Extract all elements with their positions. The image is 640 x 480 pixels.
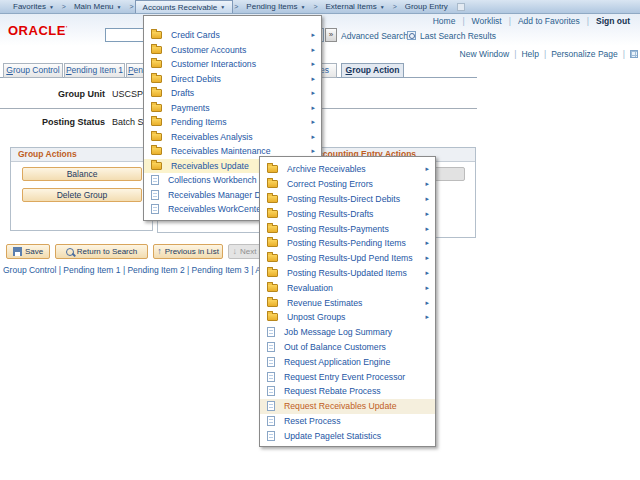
menu-item-label: Unpost Groups	[287, 312, 345, 322]
menu-item-payments[interactable]: Payments▸	[144, 101, 321, 116]
folder-icon	[267, 195, 278, 203]
header-link-worklist[interactable]: Worklist	[472, 16, 502, 26]
header-link-sign-out[interactable]: Sign out	[596, 16, 630, 26]
footer-link-pending-item-3[interactable]: Pending Item 3	[192, 265, 249, 275]
chevron-down-icon: ▼	[49, 4, 54, 10]
last-search-results-link[interactable]: Last Search Results	[420, 31, 496, 41]
personalize-layout-icon[interactable]	[630, 50, 638, 58]
oracle-logo: ORACLE'	[8, 23, 68, 38]
submenu-arrow-icon: ▸	[311, 104, 315, 112]
return-to-search-button[interactable]: Return to Search	[55, 244, 148, 259]
submenu-item-posting-results-direct-debits[interactable]: Posting Results-Direct Debits▸	[260, 192, 435, 207]
header-link-home[interactable]: Home	[433, 16, 456, 26]
menu-item-customer-accounts[interactable]: Customer Accounts▸	[144, 43, 321, 58]
submenu-item-job-message-log-summary[interactable]: Job Message Log Summary	[260, 325, 435, 340]
submenu-item-request-application-engine[interactable]: Request Application Engine	[260, 354, 435, 369]
submenu-arrow-icon: ▸	[425, 299, 429, 307]
folder-icon	[267, 165, 278, 173]
pagebar-link-new-window[interactable]: New Window	[460, 49, 510, 59]
submenu-item-out-of-balance-customers[interactable]: Out of Balance Customers	[260, 340, 435, 355]
menu-item-label: Out of Balance Customers	[284, 342, 386, 352]
menu-item-label: Drafts	[171, 88, 194, 98]
pagebar-link-personalize-page[interactable]: Personalize Page	[551, 49, 618, 59]
footer-link-group-control[interactable]: Group Control	[3, 265, 56, 275]
menu-item-label: Pending Items	[171, 117, 227, 127]
footer-link-pending-item-1[interactable]: Pending Item 1	[63, 265, 120, 275]
submenu-arrow-icon: ▸	[311, 31, 315, 39]
save-icon	[13, 247, 22, 256]
page-icon	[151, 175, 159, 185]
posting-status-label: Posting Status	[0, 117, 105, 127]
balance-button[interactable]: Balance	[22, 167, 142, 181]
submenu-arrow-icon: ▸	[425, 239, 429, 247]
menu-item-credit-cards[interactable]: Credit Cards▸	[144, 28, 321, 43]
menu-item-drafts[interactable]: Drafts▸	[144, 86, 321, 101]
submenu-item-posting-results-upd-pend-items[interactable]: Posting Results-Upd Pend Items▸	[260, 251, 435, 266]
submenu-arrow-icon: ▸	[311, 75, 315, 83]
submenu-item-unpost-groups[interactable]: Unpost Groups▸	[260, 310, 435, 325]
breadcrumb-item-label: External Items	[326, 2, 377, 11]
breadcrumb-item-favorites[interactable]: Favorites▼	[6, 0, 61, 13]
submenu-item-posting-results-updated-items[interactable]: Posting Results-Updated Items▸	[260, 266, 435, 281]
menu-item-label: Receivables Update	[171, 161, 249, 171]
tab-pending-item-1[interactable]: Pending Item 1	[64, 63, 125, 78]
breadcrumb-item-label: Favorites	[13, 2, 46, 11]
footer-link-pending-item-2[interactable]: Pending Item 2	[127, 265, 184, 275]
peoplesoft-window: Favorites▼>Main Menu▼>Accounts Receivabl…	[0, 0, 640, 480]
header-link-separator: |	[587, 16, 589, 26]
header-link-add-to-favorites[interactable]: Add to Favorites	[518, 16, 580, 26]
submenu-item-revaluation[interactable]: Revaluation▸	[260, 280, 435, 295]
group-unit-value: USCSP	[112, 89, 143, 99]
tab-group-action[interactable]: Group Action	[341, 63, 404, 78]
breadcrumb-item-label: Group Entry	[405, 2, 448, 11]
submenu-arrow-icon: ▸	[311, 89, 315, 97]
menu-item-label: Direct Debits	[171, 74, 221, 84]
breadcrumb-item-accounts-receivable[interactable]: Accounts Receivable▼	[135, 0, 234, 13]
submenu-item-correct-posting-errors[interactable]: Correct Posting Errors▸	[260, 177, 435, 192]
submenu-item-update-pagelet-statistics[interactable]: Update Pagelet Statistics	[260, 428, 435, 443]
submenu-arrow-icon: ▸	[311, 118, 315, 126]
submenu-item-reset-process[interactable]: Reset Process	[260, 414, 435, 429]
menu-item-customer-interactions[interactable]: Customer Interactions▸	[144, 57, 321, 72]
page-icon	[267, 357, 275, 367]
submenu-item-request-rebate-process[interactable]: Request Rebate Process	[260, 384, 435, 399]
folder-icon	[151, 162, 162, 170]
menu-item-label: Posting Results-Upd Pend Items	[287, 253, 413, 263]
submenu-item-request-entry-event-processor[interactable]: Request Entry Event Processor	[260, 369, 435, 384]
menu-item-label: Posting Results-Pending Items	[287, 238, 406, 248]
submenu-arrow-icon: ▸	[311, 60, 315, 68]
page-icon	[267, 327, 275, 337]
submenu-item-posting-results-pending-items[interactable]: Posting Results-Pending Items▸	[260, 236, 435, 251]
submenu-item-request-receivables-update[interactable]: Request Receivables Update	[260, 399, 435, 414]
search-go-button[interactable]: »	[325, 28, 337, 42]
save-button[interactable]: Save	[6, 244, 50, 259]
return-to-search-icon	[66, 248, 74, 256]
submenu-item-revenue-estimates[interactable]: Revenue Estimates▸	[260, 295, 435, 310]
submenu-arrow-icon: ▸	[425, 180, 429, 188]
submenu-arrow-icon: ▸	[425, 254, 429, 262]
delete-group-button[interactable]: Delete Group	[22, 188, 142, 202]
menu-item-label: Request Entry Event Processor	[284, 372, 405, 382]
submenu-arrow-icon: ▸	[425, 284, 429, 292]
menu-item-label: Revaluation	[287, 283, 333, 293]
breadcrumb-item-external-items[interactable]: External Items▼	[319, 0, 392, 13]
menu-item-pending-items[interactable]: Pending Items▸	[144, 115, 321, 130]
previous-in-list-button[interactable]: ↑Previous in List	[153, 244, 223, 259]
pagebar-link-separator: |	[623, 49, 625, 59]
submenu-item-posting-results-drafts[interactable]: Posting Results-Drafts▸	[260, 206, 435, 221]
breadcrumb-item-main-menu[interactable]: Main Menu▼	[67, 0, 129, 13]
menu-item-direct-debits[interactable]: Direct Debits▸	[144, 72, 321, 87]
tab-group-control[interactable]: Group Control	[3, 63, 63, 78]
folder-icon	[151, 147, 162, 155]
next-in-list-icon: ↓	[232, 247, 237, 256]
submenu-item-posting-results-payments[interactable]: Posting Results-Payments▸	[260, 221, 435, 236]
pagebar-link-help[interactable]: Help	[521, 49, 538, 59]
submenu-item-archive-receivables[interactable]: Archive Receivables▸	[260, 162, 435, 177]
folder-icon	[267, 269, 278, 277]
submenu-arrow-icon: ▸	[311, 147, 315, 155]
folder-icon	[151, 104, 162, 112]
breadcrumb-item-group-entry[interactable]: Group Entry	[398, 0, 455, 13]
menu-item-receivables-analysis[interactable]: Receivables Analysis▸	[144, 130, 321, 145]
advanced-search-link[interactable]: Advanced Search	[341, 31, 408, 41]
breadcrumb-item-pending-items[interactable]: Pending Items▼	[239, 0, 312, 13]
